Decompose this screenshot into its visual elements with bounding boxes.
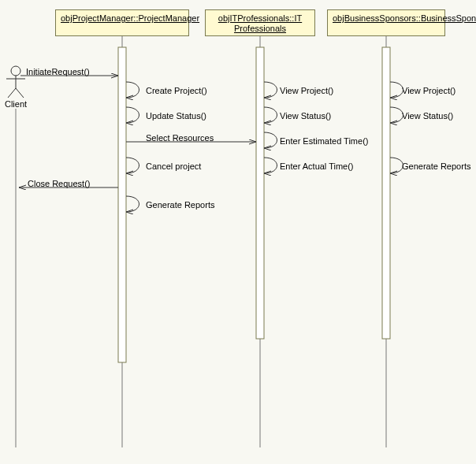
activation-pm (118, 47, 126, 362)
svg-point-0 (11, 66, 20, 76)
arrow-update-status (126, 107, 139, 123)
activation-bs (382, 47, 390, 339)
arrow-view-project-it (264, 82, 277, 98)
arrow-cancel-project (126, 158, 139, 173)
arrow-actual-time (264, 158, 277, 173)
arrow-view-status-it (264, 107, 277, 123)
sequence-diagram-canvas (0, 0, 476, 464)
svg-line-3 (8, 88, 16, 98)
arrow-est-time (264, 132, 277, 148)
arrow-pm-reports (126, 196, 139, 212)
activation-itp (256, 47, 264, 339)
actor-client-icon (6, 66, 25, 98)
arrow-view-project-bs (390, 82, 403, 98)
arrow-create-project (126, 82, 139, 98)
svg-line-4 (16, 88, 24, 98)
arrow-bs-reports (390, 158, 403, 173)
arrow-view-status-bs (390, 107, 403, 123)
